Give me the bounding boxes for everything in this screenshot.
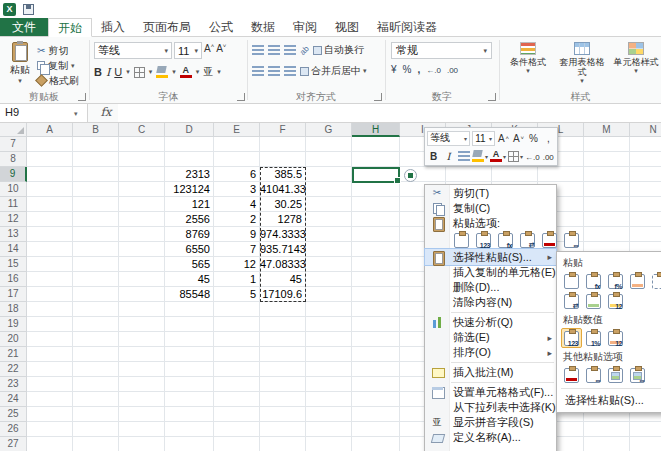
menu-item-clear-contents[interactable]: 清除内容(N) xyxy=(425,295,556,310)
cell-D15[interactable]: 565 xyxy=(165,257,214,272)
cell-D11[interactable]: 121 xyxy=(165,197,214,212)
cell-F27[interactable] xyxy=(260,437,306,451)
cell-B19[interactable] xyxy=(73,317,119,332)
cell-B24[interactable] xyxy=(73,392,119,407)
cell-G23[interactable] xyxy=(306,377,352,392)
row-header-26[interactable]: 26 xyxy=(0,422,27,437)
cell-F20[interactable] xyxy=(260,332,306,347)
menu-item-filter[interactable]: 筛选(E)▸ xyxy=(425,330,556,345)
cell-C12[interactable] xyxy=(119,212,165,227)
cell-G9[interactable] xyxy=(306,167,352,182)
tab-页面布局[interactable]: 页面布局 xyxy=(134,18,200,36)
number-format-select[interactable]: 常规▾ xyxy=(391,42,492,59)
cell-H12[interactable] xyxy=(352,212,400,227)
cell-G14[interactable] xyxy=(306,242,352,257)
cell-B15[interactable] xyxy=(73,257,119,272)
underline-button[interactable]: U xyxy=(114,66,122,78)
cell-N27[interactable] xyxy=(630,437,661,451)
cell-L9[interactable] xyxy=(538,167,584,182)
cell-B16[interactable] xyxy=(73,272,119,287)
cell-F8[interactable] xyxy=(260,152,306,167)
cell-F16[interactable]: 45 xyxy=(260,272,306,287)
cell-B26[interactable] xyxy=(73,422,119,437)
row-header-18[interactable]: 18 xyxy=(0,302,27,317)
cell-E9[interactable]: 6 xyxy=(214,167,260,182)
menu-item-sort[interactable]: 排序(O)▸ xyxy=(425,345,556,360)
cell-D22[interactable] xyxy=(165,362,214,377)
cell-D7[interactable] xyxy=(165,137,214,152)
row-header-17[interactable]: 17 xyxy=(0,287,27,302)
cell-G27[interactable] xyxy=(306,437,352,451)
cell-A20[interactable] xyxy=(27,332,73,347)
row-header-13[interactable]: 13 xyxy=(0,227,27,242)
cell-C19[interactable] xyxy=(119,317,165,332)
row-header-15[interactable]: 15 xyxy=(0,257,27,272)
column-header-G[interactable]: G xyxy=(306,123,352,137)
cell-B25[interactable] xyxy=(73,407,119,422)
cell-D8[interactable] xyxy=(165,152,214,167)
cell-H8[interactable] xyxy=(352,152,400,167)
cell-F23[interactable] xyxy=(260,377,306,392)
paste-option-transpose-icon[interactable]: ⇄ xyxy=(517,230,538,250)
font-color-button[interactable] xyxy=(180,66,192,78)
cell-B21[interactable] xyxy=(73,347,119,362)
cell-D27[interactable] xyxy=(165,437,214,451)
cell-E22[interactable] xyxy=(214,362,260,377)
cell-E15[interactable]: 12 xyxy=(214,257,260,272)
cell-M26[interactable] xyxy=(584,422,630,437)
font-name-select[interactable]: 等线▾ xyxy=(94,42,172,59)
number-dialog-launcher[interactable] xyxy=(488,93,496,101)
cell-D21[interactable] xyxy=(165,347,214,362)
cell-C13[interactable] xyxy=(119,227,165,242)
cell-M13[interactable] xyxy=(584,227,630,242)
smart-tag-icon[interactable] xyxy=(404,169,417,182)
cell-C17[interactable] xyxy=(119,287,165,302)
cell-E11[interactable]: 4 xyxy=(214,197,260,212)
column-header-E[interactable]: E xyxy=(214,123,260,137)
cell-E8[interactable] xyxy=(214,152,260,167)
cell-C20[interactable] xyxy=(119,332,165,347)
format-as-table-button[interactable]: 套用表格格式 ▾ xyxy=(556,41,608,90)
cell-F18[interactable] xyxy=(260,302,306,317)
cell-M10[interactable] xyxy=(584,182,630,197)
cell-D23[interactable] xyxy=(165,377,214,392)
cut-button[interactable]: ✂剪切 xyxy=(37,43,79,58)
borders-button[interactable] xyxy=(134,67,145,78)
cell-E26[interactable] xyxy=(214,422,260,437)
paste-values-number-format-icon[interactable]: 1% xyxy=(583,328,604,348)
cell-A24[interactable] xyxy=(27,392,73,407)
cell-D12[interactable]: 2556 xyxy=(165,212,214,227)
cell-C8[interactable] xyxy=(119,152,165,167)
row-header-12[interactable]: 12 xyxy=(0,212,27,227)
copy-button[interactable]: 复制▾ xyxy=(37,58,79,73)
cell-K9[interactable] xyxy=(492,167,538,182)
cell-C18[interactable] xyxy=(119,302,165,317)
paste-no-borders-icon[interactable] xyxy=(649,271,661,291)
row-header-21[interactable]: 21 xyxy=(0,347,27,362)
paste-transpose-icon[interactable]: ⇄ xyxy=(561,291,582,311)
mini-increase-decimal-button[interactable] xyxy=(525,149,540,164)
cell-H24[interactable] xyxy=(352,392,400,407)
cell-styles-button[interactable]: 单元格样式 ▾ xyxy=(610,41,661,90)
cell-N12[interactable] xyxy=(630,212,661,227)
menu-item-quick-analysis[interactable]: 快速分析(Q) xyxy=(425,315,556,330)
cell-D24[interactable] xyxy=(165,392,214,407)
cell-A10[interactable] xyxy=(27,182,73,197)
row-header-9[interactable]: 9 xyxy=(0,167,27,182)
cell-E13[interactable]: 9 xyxy=(214,227,260,242)
menu-item-pick-from-list[interactable]: 从下拉列表中选择(K)... xyxy=(425,400,556,415)
tab-福昕阅读器[interactable]: 福昕阅读器 xyxy=(368,18,446,36)
cell-F19[interactable] xyxy=(260,317,306,332)
paste-picture-icon[interactable] xyxy=(605,365,626,385)
paste-paste-link-icon[interactable]: ∞ xyxy=(583,365,604,385)
cell-A18[interactable] xyxy=(27,302,73,317)
cell-G26[interactable] xyxy=(306,422,352,437)
column-header-A[interactable]: A xyxy=(27,123,73,137)
cell-M9[interactable] xyxy=(584,167,630,182)
cell-H11[interactable] xyxy=(352,197,400,212)
cell-F13[interactable]: 974.3333 xyxy=(260,227,306,242)
column-header-N[interactable]: N xyxy=(630,123,661,137)
mini-shrink-font-button[interactable]: A˅ xyxy=(512,131,525,146)
cell-H22[interactable] xyxy=(352,362,400,377)
row-header-24[interactable]: 24 xyxy=(0,392,27,407)
